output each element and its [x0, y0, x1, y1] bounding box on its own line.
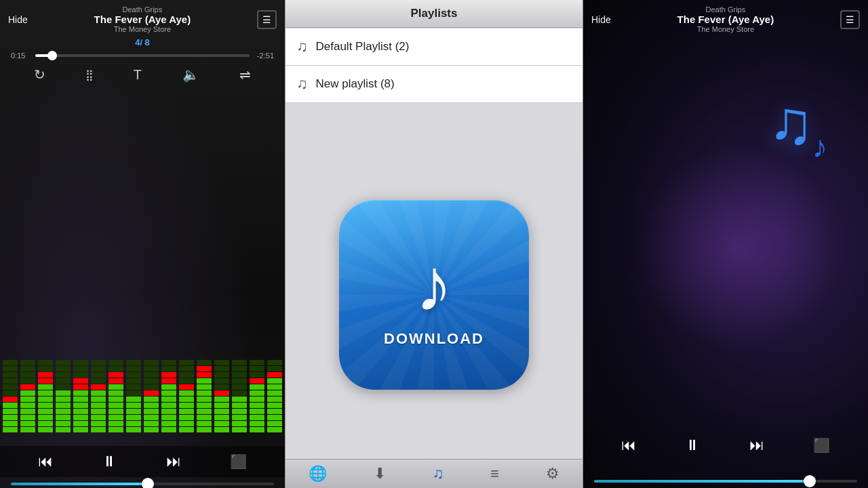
next-button-right[interactable]: ⏭: [749, 436, 764, 454]
eq-segment-green: [108, 403, 123, 408]
volume-thumb-right[interactable]: [804, 475, 816, 487]
eq-segment-green: [267, 378, 282, 384]
eq-segment-green: [161, 384, 176, 390]
eq-segment-green: [161, 421, 176, 426]
eq-segment-green: [197, 409, 212, 414]
eq-segment-green: [126, 415, 141, 420]
shuffle-icon[interactable]: ⇌: [239, 66, 251, 83]
eq-segment-green: [144, 427, 159, 432]
eq-segment-green: [161, 403, 176, 408]
repeat-icon[interactable]: ↻: [34, 66, 45, 83]
eq-segment-green: [161, 396, 176, 402]
progress-track[interactable]: [35, 54, 250, 57]
lyrics-icon[interactable]: T: [134, 67, 142, 83]
playlist-item-new[interactable]: ♫ New playlist (8): [285, 66, 583, 103]
eq-segment-green: [232, 421, 247, 426]
volume-thumb-left[interactable]: [142, 478, 154, 488]
progress-thumb[interactable]: [47, 51, 57, 60]
volume-bar-right[interactable]: [594, 480, 857, 483]
volume-fill-right: [594, 480, 810, 483]
playlist-list: ♫ Default Playlist (2) ♫ New playlist (8…: [285, 28, 583, 103]
playlist-item-default[interactable]: ♫ Default Playlist (2): [285, 28, 583, 66]
eq-segment-dark: [3, 378, 18, 384]
eq-segment-dark: [126, 372, 141, 378]
download-button[interactable]: ♪ DOWNLOAD: [339, 200, 529, 390]
eq-bar-15: [267, 360, 282, 432]
pause-button-right[interactable]: ⏸: [685, 436, 700, 454]
eq-segment-red: [73, 384, 88, 390]
controls-row: ↻ ⣿ T 🔈 ⇌: [0, 62, 285, 87]
eq-segment-green: [267, 427, 282, 432]
eq-segment-green: [250, 421, 264, 426]
prev-button-right[interactable]: ⏮: [621, 436, 636, 454]
eq-segment-dark: [214, 372, 229, 378]
eq-segment-green: [179, 421, 194, 426]
left-track-title: The Fever (Aye Aye): [28, 14, 257, 25]
eq-segment-dark: [179, 372, 194, 378]
eq-segment-dark: [267, 366, 282, 371]
eq-segment-dark: [144, 360, 159, 365]
eq-segment-green: [73, 421, 88, 426]
eq-segment-green: [56, 409, 71, 414]
eq-segment-green: [232, 409, 247, 414]
playlist-name-new: New playlist (8): [316, 77, 395, 91]
tab-music-list[interactable]: ♫: [433, 465, 444, 483]
airplay-button-left[interactable]: ⬛: [230, 453, 247, 470]
tab-globe[interactable]: 🌐: [309, 465, 327, 483]
volume-icon[interactable]: 🔈: [182, 66, 199, 83]
eq-segment-green: [267, 390, 282, 396]
eq-bar-9: [161, 360, 176, 432]
prev-button-left[interactable]: ⏮: [38, 453, 53, 470]
equalizer-icon[interactable]: ⣿: [85, 68, 93, 81]
pause-button-left[interactable]: ⏸: [102, 453, 117, 470]
eq-segment-green: [179, 427, 194, 432]
eq-segment-green: [179, 403, 194, 408]
eq-segment-dark: [161, 360, 176, 365]
eq-segment-green: [126, 409, 141, 414]
volume-bar-left[interactable]: [0, 477, 285, 488]
eq-segment-green: [20, 427, 35, 432]
volume-track-left[interactable]: [11, 483, 274, 485]
eq-segment-green: [214, 409, 229, 414]
bottom-playback-controls: ⏮ ⏸ ⏭ ⬛: [0, 446, 285, 477]
airplay-button-right[interactable]: ⬛: [813, 437, 830, 453]
eq-segment-dark: [179, 366, 194, 371]
eq-segment-green: [3, 403, 18, 408]
time-elapsed: 0:15: [11, 52, 30, 60]
eq-segment-dark: [108, 360, 123, 365]
eq-segment-dark: [73, 366, 88, 371]
eq-segment-green: [91, 403, 106, 408]
eq-segment-green: [232, 403, 247, 408]
menu-button-right[interactable]: ☰: [840, 10, 860, 29]
eq-segment-green: [20, 415, 35, 420]
eq-segment-dark: [20, 372, 35, 378]
next-button-left[interactable]: ⏭: [166, 453, 181, 470]
eq-segment-green: [73, 390, 88, 396]
hide-button-right[interactable]: Hide: [591, 14, 611, 25]
progress-bar[interactable]: 0:15 -2:51: [0, 49, 285, 62]
menu-button-left[interactable]: ☰: [257, 10, 277, 29]
eq-segment-red: [144, 390, 159, 396]
eq-segment-green: [267, 415, 282, 420]
eq-segment-dark: [20, 360, 35, 365]
track-counter-text: 4/ 8: [135, 37, 150, 47]
eq-segment-green: [126, 396, 141, 402]
volume-track-right[interactable]: [594, 480, 857, 483]
eq-segment-green: [56, 403, 71, 408]
eq-segment-green: [91, 396, 106, 402]
tab-download[interactable]: ⬇: [374, 465, 386, 483]
eq-segment-green: [126, 427, 141, 432]
eq-bar-13: [232, 360, 247, 432]
eq-segment-green: [214, 396, 229, 402]
eq-segment-green: [232, 396, 247, 402]
eq-segment-green: [197, 427, 212, 432]
tab-settings[interactable]: ⚙: [546, 465, 559, 483]
eq-segment-green: [197, 378, 212, 384]
eq-segment-dark: [3, 384, 18, 390]
eq-segment-dark: [126, 384, 141, 390]
note-big-icon: ♫: [768, 89, 814, 157]
hide-button-left[interactable]: Hide: [8, 14, 28, 25]
tab-queue[interactable]: ≡: [490, 465, 499, 483]
eq-segment-green: [250, 396, 264, 402]
eq-segment-green: [197, 396, 212, 402]
